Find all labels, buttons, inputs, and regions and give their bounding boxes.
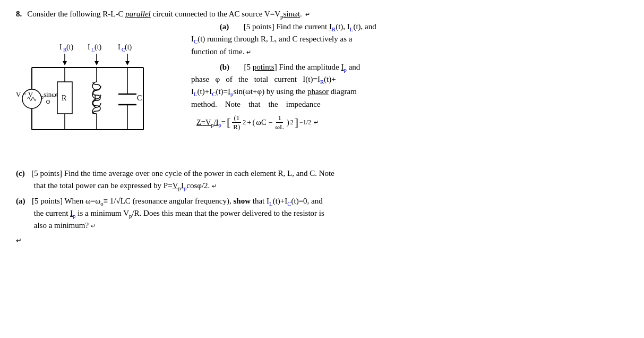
il-arrow-head xyxy=(95,61,99,65)
z-cursor: .↵ xyxy=(312,119,319,126)
z-frac2: 1 ωL xyxy=(273,114,286,131)
ir-arrow-head xyxy=(63,61,67,65)
problem-header: 8. Consider the following R-L-C parallel… xyxy=(16,10,628,19)
il-label: I xyxy=(88,43,90,51)
z-wc: ωC − xyxy=(256,118,272,127)
part-a-label: (a) xyxy=(220,22,229,31)
part-a-text1: Find the current IR(t), IL(t), and xyxy=(276,22,376,31)
cursor-after-header: ↵ xyxy=(305,11,310,18)
part-d-points: [5 points] xyxy=(32,197,63,205)
part-b: (b) [5 potints] Find the amplitude Ip an… xyxy=(191,61,628,111)
ic-label: I xyxy=(118,43,121,51)
main-layout: I R (t) I L (t) I C (t) xyxy=(16,21,628,164)
il-paren: (t) xyxy=(95,43,102,52)
part-b-text1: Find the amplitude Ip and xyxy=(279,63,360,71)
problem-number: 8. xyxy=(16,10,22,19)
z-bracket-close: ] xyxy=(295,115,298,129)
c-text: C xyxy=(137,94,142,102)
part-d: (a) [5 points] When ω=ωo≡ 1/√LC (resonan… xyxy=(16,195,628,232)
v-label-v: V = V xyxy=(16,90,33,98)
part-d-text1: When ω=ωo≡ 1/√LC xyxy=(64,197,132,205)
part-d-text4: also a minimum? ↵ xyxy=(34,221,96,230)
circuit-diagram: I R (t) I L (t) I C (t) xyxy=(16,26,181,164)
part-b-line2: phase φ of the total current I(t)=IR(t)+ xyxy=(191,75,336,83)
part-a-points: [5 points] xyxy=(244,22,274,31)
part-a-text2: IC(t) running through R, L, and C respec… xyxy=(191,35,352,43)
bottom-cursor-area: ↵ xyxy=(16,236,628,245)
problem-intro: Consider the following R-L-C parallel ci… xyxy=(27,10,302,19)
part-a: (a) [5 points] Find the current IR(t), I… xyxy=(191,21,628,58)
part-b-line4: method. Note that the impedance xyxy=(191,100,321,108)
impedance-formula: Z=Vp/Ip= [ (1 R) 2 + ( ωC − 1 ωL ) 2 ] −… xyxy=(191,114,628,131)
part-c: (c) [5 points] Find the time average ove… xyxy=(16,167,628,192)
part-c-text1: Find the time average over one cycle of … xyxy=(64,169,334,178)
page-content: 8. Consider the following R-L-C parallel… xyxy=(0,0,644,250)
part-d-label: (a) xyxy=(16,197,25,205)
ic-paren: (t) xyxy=(125,43,132,52)
part-c-label: (c) xyxy=(16,169,25,178)
z-paren-close: ) xyxy=(287,118,289,127)
ir-label: I xyxy=(59,43,62,51)
z-plus: + xyxy=(247,118,251,127)
z-equals: Z=Vp/Ip= xyxy=(196,118,226,127)
text-area: (a) [5 points] Find the current IR(t), I… xyxy=(186,21,628,164)
part-d-text3: the current Ip is a minimum Vp/R. Does t… xyxy=(34,209,324,217)
z-frac1: (1 R) xyxy=(231,114,242,131)
part-a-text3: function of time. ↵ xyxy=(191,47,251,56)
v-label-sin: sinωt xyxy=(44,90,58,98)
v-arrow: ⊙ xyxy=(46,98,50,105)
part-d-text2: (resonance angular frequency), show that… xyxy=(133,197,323,205)
part-b-line3: IL(t)+IC(t)=Ipsin(ωt+φ) by using the pha… xyxy=(191,87,357,96)
ic-arrow-head xyxy=(125,61,130,65)
part-b-points: [5 potints] xyxy=(244,63,277,71)
ir-paren: (t) xyxy=(66,43,74,52)
z-paren-open: ( xyxy=(253,118,255,127)
z-bracket-open: [ xyxy=(227,115,230,129)
part-c-points: [5 points] xyxy=(31,169,62,178)
part-b-label: (b) xyxy=(220,63,229,71)
bottom-cursor: ↵ xyxy=(16,236,22,244)
circuit-svg: I R (t) I L (t) I C (t) xyxy=(16,26,175,164)
r-text: R xyxy=(62,94,67,102)
part-c-text2: that the total power can be expressed by… xyxy=(34,181,217,190)
